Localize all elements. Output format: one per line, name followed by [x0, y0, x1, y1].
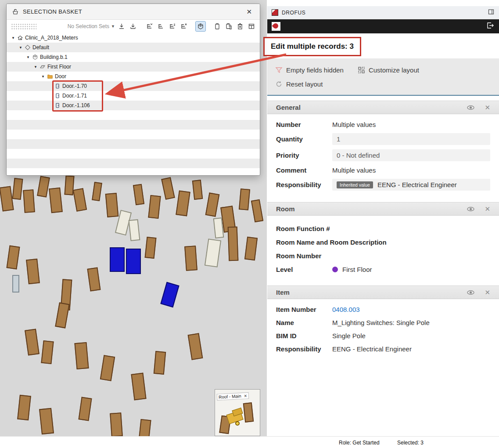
- door-shape[interactable]: [148, 195, 161, 219]
- dock-panel-icon[interactable]: [488, 8, 495, 17]
- door-shape[interactable]: [205, 238, 221, 267]
- door-shape[interactable]: [92, 182, 102, 201]
- remove-icon[interactable]: [235, 22, 245, 31]
- door-shape[interactable]: [131, 373, 146, 401]
- door-shape[interactable]: [25, 329, 39, 355]
- door-shape[interactable]: [176, 190, 190, 216]
- eye-icon[interactable]: [467, 289, 475, 296]
- door-shape[interactable]: [192, 180, 203, 200]
- field-label: Responsibility: [276, 345, 332, 353]
- tree-collapse-icon[interactable]: [156, 22, 166, 31]
- item-number-link[interactable]: 0408.003: [332, 306, 490, 313]
- selection-basket-titlebar[interactable]: SELECTION BASKET ✕: [7, 4, 260, 20]
- door-shape[interactable]: [110, 412, 123, 436]
- tree-row-door-instance[interactable]: Door.-1.70: [7, 81, 260, 91]
- door-shape[interactable]: [188, 333, 203, 360]
- export-set-icon[interactable]: [128, 22, 138, 31]
- door-shape[interactable]: [161, 177, 175, 200]
- responsibility-input[interactable]: Inherited valueEENG - Electrical Enginee…: [332, 179, 490, 191]
- import-set-icon[interactable]: [117, 22, 126, 31]
- paste-icon[interactable]: [224, 22, 233, 31]
- logout-icon[interactable]: [486, 22, 495, 31]
- copy-icon[interactable]: [212, 22, 222, 31]
- drag-handle[interactable]: [11, 23, 36, 29]
- minimap[interactable]: Roof - Main ✕: [215, 389, 260, 436]
- door-shape[interactable]: [87, 267, 101, 292]
- caret-icon[interactable]: ▾: [18, 45, 24, 50]
- close-section-icon[interactable]: ✕: [485, 289, 490, 296]
- door-shape[interactable]: [110, 247, 125, 272]
- folder-icon: [46, 73, 54, 79]
- door-shape[interactable]: [126, 249, 141, 274]
- door-shape[interactable]: [41, 340, 54, 364]
- door-shape[interactable]: [133, 184, 144, 205]
- door-shape[interactable]: [17, 395, 31, 420]
- tree-label: Door.-1.106: [61, 102, 90, 108]
- caret-icon[interactable]: ▾: [10, 36, 16, 40]
- door-shape[interactable]: [12, 275, 19, 293]
- door-shape[interactable]: [138, 419, 151, 436]
- reset-icon: [275, 80, 283, 88]
- reset-layout-button[interactable]: Reset layout: [275, 80, 323, 88]
- close-section-icon[interactable]: ✕: [485, 104, 490, 112]
- door-shape[interactable]: [129, 219, 140, 241]
- section-title: Item: [276, 289, 457, 296]
- tree-row-floor[interactable]: ▾ First Floor: [7, 62, 260, 72]
- quantity-input[interactable]: 1: [332, 133, 490, 145]
- empty-fields-toggle[interactable]: Empty fields hidden: [275, 66, 344, 74]
- level-dot: [332, 267, 338, 272]
- tree-row-building[interactable]: ▾ Building.b.1: [7, 52, 260, 62]
- field-item-number: Item Number 0408.003: [267, 303, 499, 316]
- field-value[interactable]: Multiple values: [332, 166, 490, 174]
- door-shape[interactable]: [205, 192, 220, 217]
- door-shape[interactable]: [73, 188, 87, 211]
- door-shape[interactable]: [228, 227, 239, 261]
- field-label: Level: [276, 266, 328, 273]
- tree-expand-icon[interactable]: [145, 22, 154, 31]
- door-shape[interactable]: [49, 188, 63, 213]
- level-value[interactable]: First Floor: [342, 266, 372, 273]
- door-shape[interactable]: [55, 302, 69, 328]
- tree-row-door-category[interactable]: ▾ Door: [7, 72, 260, 81]
- show-3d-icon[interactable]: [196, 22, 205, 31]
- door-shape[interactable]: [78, 397, 92, 421]
- tree-row-door-instance[interactable]: Door.-1.71: [7, 91, 260, 101]
- close-section-icon[interactable]: ✕: [485, 205, 490, 213]
- customize-layout-label: Customize layout: [369, 66, 419, 74]
- tree-row-project[interactable]: ▾ Clinic_A_2018_Meters: [7, 33, 260, 43]
- door-shape[interactable]: [184, 246, 197, 271]
- layout-grid-icon[interactable]: [247, 22, 256, 31]
- customize-layout-button[interactable]: Customize layout: [358, 66, 419, 74]
- door-shape[interactable]: [105, 193, 119, 217]
- door-shape[interactable]: [239, 188, 250, 210]
- door-shape[interactable]: [23, 189, 35, 213]
- section-header-room: Room ✕: [267, 202, 499, 216]
- field-value[interactable]: Multiple values: [332, 121, 490, 128]
- eye-icon[interactable]: [467, 104, 475, 111]
- tree-group-icon[interactable]: [168, 22, 177, 31]
- door-shape[interactable]: [37, 176, 50, 197]
- close-icon[interactable]: ✕: [244, 7, 255, 17]
- caret-icon[interactable]: ▾: [32, 65, 39, 69]
- door-shape[interactable]: [39, 408, 54, 435]
- door-shape[interactable]: [145, 237, 157, 259]
- tree-row-default[interactable]: ▾ Default: [7, 43, 260, 52]
- door-shape[interactable]: [6, 246, 20, 270]
- field-value: M_Lighting Switches: Single Pole: [332, 319, 490, 326]
- door-shape[interactable]: [12, 178, 23, 200]
- door-shape[interactable]: [154, 351, 166, 375]
- minimap-close-icon[interactable]: ✕: [244, 394, 247, 398]
- caret-icon[interactable]: ▾: [40, 74, 46, 79]
- door-shape[interactable]: [244, 237, 258, 261]
- eye-icon[interactable]: [467, 206, 475, 213]
- caret-icon[interactable]: ▾: [25, 55, 31, 59]
- door-shape[interactable]: [160, 282, 179, 307]
- door-shape[interactable]: [100, 355, 115, 381]
- tree-filter-icon[interactable]: [179, 22, 189, 31]
- tree-row-door-instance[interactable]: Door.-1.106: [7, 101, 260, 110]
- door-shape[interactable]: [74, 342, 89, 369]
- selection-sets-dropdown[interactable]: No Selection Sets ▼: [68, 23, 115, 29]
- door-shape[interactable]: [26, 259, 40, 284]
- priority-input[interactable]: 0 - Not defined: [332, 149, 490, 161]
- door-shape[interactable]: [251, 199, 263, 223]
